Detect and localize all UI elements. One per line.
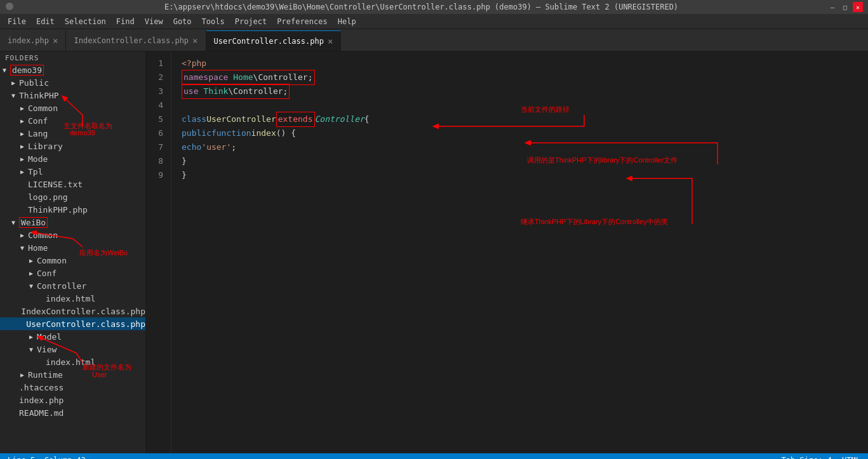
close-button[interactable]: ✕ (853, 2, 863, 12)
tab-size: Tab Size: 4 (782, 456, 832, 459)
tree-item-conf-home[interactable]: Conf (0, 267, 145, 279)
code-line-5: class UserController extends Controller … (182, 112, 858, 126)
tab-1[interactable]: IndexController.class.php× (66, 30, 206, 51)
item-label-readme: README.md (19, 408, 63, 418)
line-number-8: 8 (151, 154, 163, 168)
tree-item-common-home[interactable]: Common (0, 254, 145, 267)
window-controls: – □ ✕ (827, 2, 863, 12)
menu-item-preferences[interactable]: Preferences (272, 16, 332, 27)
tree-item-weibo[interactable]: WeiBo (0, 216, 145, 229)
item-label-model: Model (37, 332, 62, 342)
tree-item-demo39[interactable]: demo39 (0, 63, 145, 76)
line-number-5: 5 (151, 112, 163, 126)
menu-item-file[interactable]: File (3, 16, 31, 27)
tab-close-1[interactable]: × (192, 36, 197, 46)
menu-item-edit[interactable]: Edit (31, 16, 60, 27)
menu-item-find[interactable]: Find (111, 16, 140, 27)
code-line-3: use Think\Controller; (182, 84, 858, 98)
item-label-weibo: WeiBo (19, 217, 48, 228)
tab-label: IndexController.class.php (74, 36, 189, 45)
menu-bar: FileEditSelectionFindViewGotoToolsProjec… (0, 14, 868, 29)
arrow-conf-home (27, 270, 36, 277)
arrow-home (18, 244, 27, 251)
tab-label: UserController.class.php (214, 37, 324, 46)
tree-item-lang[interactable]: Lang (0, 127, 145, 140)
tree-item-mode[interactable]: Mode (0, 152, 145, 165)
code-editor[interactable]: 123456789 <?phpnamespace Home\Controller… (146, 51, 868, 453)
tree-item-conf-tp[interactable]: Conf (0, 114, 145, 127)
item-label-index-html2: index.html (46, 357, 95, 367)
tree-item-license[interactable]: LICENSE.txt (0, 178, 145, 190)
arrow-model (27, 333, 36, 340)
tree-item-indexcontroller[interactable]: IndexController.class.php (0, 305, 145, 317)
tree-item-common-tp[interactable]: Common (0, 102, 145, 114)
tree-item-view[interactable]: View (0, 343, 145, 356)
tree-item-tpl[interactable]: Tpl (0, 165, 145, 178)
tab-close-2[interactable]: × (328, 36, 333, 46)
item-label-conf-tp: Conf (28, 116, 48, 126)
status-left: Line 5, Column 42 (8, 456, 86, 459)
item-label-license: LICENSE.txt (28, 180, 83, 189)
arrow-tpl (18, 168, 27, 175)
code-content: 123456789 <?phpnamespace Home\Controller… (146, 51, 868, 453)
tree-item-controller[interactable]: Controller (0, 279, 145, 292)
menu-item-tools[interactable]: Tools (197, 16, 230, 27)
tab-close-0[interactable]: × (53, 36, 58, 46)
arrow-library (18, 143, 27, 150)
tree-item-readme[interactable]: README.md (0, 406, 145, 419)
arrow-mode (18, 156, 27, 163)
item-label-tpl: Tpl (28, 167, 43, 176)
item-label-mode: Mode (28, 154, 48, 164)
main-area: FOLDERS demo39PublicThinkPHPCommonConfLa… (0, 51, 868, 453)
code-line-7: echo 'user'; (182, 140, 858, 154)
menu-item-goto[interactable]: Goto (168, 16, 197, 27)
tree-item-index-html[interactable]: index.html (0, 292, 145, 305)
arrow-common-home (27, 257, 36, 264)
item-label-view: View (37, 345, 57, 354)
tree-item-public[interactable]: Public (0, 76, 145, 89)
arrow-demo39 (0, 67, 9, 74)
menu-item-help[interactable]: Help (333, 16, 361, 27)
tree-item-thinkphp-file[interactable]: ThinkPHP.php (0, 203, 145, 216)
arrow-common-wb (18, 232, 27, 239)
menu-item-project[interactable]: Project (230, 16, 272, 27)
tree-item-usercontroller[interactable]: UserController.class.php (0, 317, 145, 330)
code-line-1: <?php (182, 57, 858, 70)
item-label-thinkphp-file: ThinkPHP.php (28, 205, 88, 215)
menu-item-view[interactable]: View (140, 16, 168, 27)
sidebar: FOLDERS demo39PublicThinkPHPCommonConfLa… (0, 51, 146, 453)
code-line-2: namespace Home\Controller; (182, 70, 858, 84)
tree-item-common-wb[interactable]: Common (0, 229, 145, 241)
tree-item-logo[interactable]: logo.png (0, 190, 145, 203)
tabs-bar: index.php×IndexController.class.php×User… (0, 29, 868, 51)
arrow-weibo (9, 219, 18, 226)
item-label-logo: logo.png (28, 192, 68, 202)
line-number-4: 4 (151, 98, 163, 112)
tree-item-home[interactable]: Home (0, 241, 145, 254)
arrow-thinkphp (9, 92, 18, 99)
language-mode: HTML (842, 456, 860, 459)
item-label-controller: Controller (37, 281, 86, 291)
tab-2[interactable]: UserController.class.php× (206, 30, 342, 51)
arrow-public (9, 79, 18, 86)
tree-item-index-html2[interactable]: index.html (0, 356, 145, 368)
tree-item-library[interactable]: Library (0, 140, 145, 152)
svg-point-0 (6, 3, 13, 10)
item-label-common-tp: Common (28, 103, 58, 113)
title-bar: E:\appserv\htdocs\demo39\WeiBo\Home\Cont… (0, 0, 868, 14)
tree-item-htaccess[interactable]: .htaccess (0, 381, 145, 394)
maximize-button[interactable]: □ (840, 2, 850, 12)
tab-0[interactable]: index.php× (0, 30, 66, 51)
item-label-runtime: Runtime (28, 370, 63, 380)
tree-item-runtime[interactable]: Runtime (0, 368, 145, 381)
tab-label: index.php (8, 36, 49, 45)
tree-item-thinkphp[interactable]: ThinkPHP (0, 89, 145, 102)
editor-area: 123456789 <?phpnamespace Home\Controller… (146, 51, 868, 453)
minimize-button[interactable]: – (827, 2, 838, 12)
folders-label: FOLDERS (0, 51, 145, 63)
line-numbers: 123456789 (146, 51, 171, 453)
line-number-3: 3 (151, 84, 163, 98)
tree-item-index-php-root[interactable]: index.php (0, 394, 145, 406)
menu-item-selection[interactable]: Selection (60, 16, 111, 27)
tree-item-model[interactable]: Model (0, 330, 145, 343)
